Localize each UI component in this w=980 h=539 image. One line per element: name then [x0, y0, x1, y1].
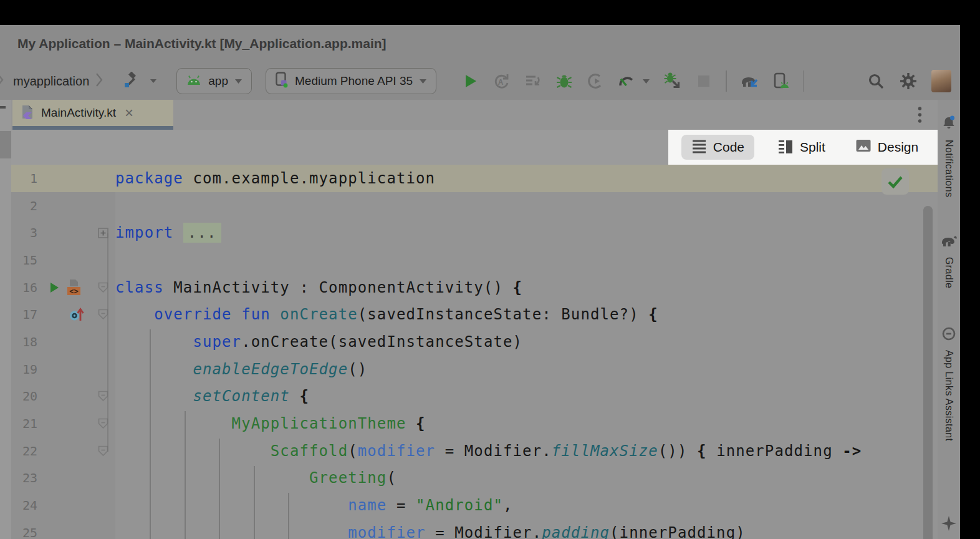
- breadcrumb-chevron-fragment-icon: [0, 72, 4, 90]
- profiler-icon[interactable]: [586, 69, 605, 94]
- code-line-text[interactable]: override fun onCreate(savedInstanceState…: [115, 306, 658, 323]
- sync-gradle-icon[interactable]: [739, 69, 759, 94]
- code-line-text[interactable]: setContent {: [115, 387, 309, 405]
- tab-mainactivity[interactable]: MainActivity.kt ×: [12, 100, 173, 130]
- code-editor[interactable]: 1package com.example.myapplication23impo…: [11, 165, 938, 539]
- tool-window-button-fragment[interactable]: [0, 131, 11, 158]
- screenshot-frame: My Application – MainActivity.kt [My_App…: [0, 0, 980, 539]
- overrides-method-icon[interactable]: [69, 306, 85, 323]
- device-manager-icon[interactable]: [772, 69, 790, 94]
- build-dropdown-caret-icon[interactable]: [144, 69, 163, 94]
- apply-changes-restart-icon[interactable]: A: [492, 69, 511, 94]
- toolbar-right: [853, 69, 951, 94]
- code-line-text[interactable]: MyApplicationTheme {: [115, 415, 426, 432]
- code-line[interactable]: 15: [11, 246, 938, 274]
- view-mode-label: Split: [800, 140, 825, 155]
- view-mode-label: Code: [713, 140, 744, 155]
- line-number: 2: [11, 198, 37, 213]
- view-mode-label: Design: [878, 140, 918, 155]
- apply-code-changes-icon[interactable]: [524, 69, 542, 94]
- stripe-item-app-links-assistant[interactable]: App Links Assistant: [941, 326, 956, 441]
- gemini-sparkle-icon[interactable]: [941, 515, 957, 534]
- view-mode-code-button[interactable]: Code: [681, 135, 754, 160]
- run-configuration-selector[interactable]: app: [176, 68, 252, 94]
- gutter-icons: <>: [37, 279, 91, 296]
- inspections-ok-checkmark[interactable]: [882, 168, 909, 195]
- fold-marker-open-icon[interactable]: [91, 445, 115, 457]
- virtual-device-phone-icon: [275, 71, 289, 91]
- stripe-label: Gradle: [943, 257, 954, 288]
- code-line-text[interactable]: super.onCreate(savedInstanceState): [115, 333, 522, 351]
- run-icon[interactable]: [461, 69, 480, 94]
- hammer-build-icon[interactable]: [122, 69, 140, 94]
- user-avatar[interactable]: [931, 70, 951, 92]
- android-studio-window: My Application – MainActivity.kt [My_App…: [0, 25, 960, 539]
- line-number: 3: [11, 225, 37, 240]
- code-line-text[interactable]: name = "Android",: [115, 497, 513, 514]
- gutter-spacer-icon[interactable]: [48, 314, 64, 315]
- code-line[interactable]: 17 override fun onCreate(savedInstanceSt…: [11, 301, 938, 328]
- view-mode-split-button[interactable]: Split: [772, 135, 832, 160]
- code-line-text[interactable]: enableEdgeToEdge(): [115, 361, 367, 378]
- fold-marker-open-icon[interactable]: [91, 418, 115, 429]
- android-head-icon: [186, 75, 202, 88]
- code-line[interactable]: 3import ...: [11, 219, 938, 246]
- main-toolbar: myapplication app: [0, 62, 960, 100]
- fold-marker-open-icon[interactable]: [91, 282, 115, 293]
- line-number: 23: [11, 470, 37, 485]
- code-line[interactable]: 2: [11, 192, 938, 220]
- close-icon[interactable]: ×: [125, 105, 133, 120]
- project-breadcrumb[interactable]: myapplication: [13, 74, 89, 89]
- code-line-text[interactable]: class MainActivity : ComponentActivity()…: [115, 279, 522, 296]
- line-number: 22: [11, 444, 37, 459]
- fold-marker-open-icon[interactable]: [91, 309, 115, 320]
- kotlin-file-icon: [20, 104, 35, 123]
- toolbar-separator: [726, 70, 727, 92]
- code-view-icon: [691, 138, 707, 157]
- profile-low-overhead-icon[interactable]: [617, 69, 636, 94]
- line-number: 15: [11, 253, 37, 268]
- line-number: 18: [11, 334, 37, 349]
- fold-guide-line: [107, 233, 108, 452]
- run-gutter-icon[interactable]: [48, 281, 60, 294]
- split-view-icon: [778, 138, 794, 157]
- debug-icon[interactable]: [555, 69, 574, 94]
- right-tool-window-stripe: NotificationsGradleApp Links Assistant: [938, 100, 960, 539]
- notifications-bell-icon: [941, 115, 957, 134]
- view-mode-switcher: CodeSplitDesign: [668, 130, 938, 165]
- window-title: My Application – MainActivity.kt [My_App…: [0, 25, 960, 62]
- stripe-item-notifications[interactable]: Notifications: [941, 115, 957, 197]
- line-number: 21: [11, 416, 37, 431]
- code-line-text[interactable]: Greeting(: [115, 469, 396, 487]
- attach-debugger-icon[interactable]: [663, 69, 682, 94]
- code-line[interactable]: 16<>class MainActivity : ComponentActivi…: [11, 274, 938, 301]
- chevron-down-icon[interactable]: [641, 69, 651, 94]
- code-line-text[interactable]: Scaffold(modifier = Modifier.fillMaxSize…: [115, 442, 862, 460]
- indent-guide: [185, 411, 186, 539]
- code-line-text[interactable]: import ...: [115, 224, 221, 241]
- editor-tab-bar: MainActivity.kt ×: [11, 100, 938, 130]
- left-tool-window-stripe[interactable]: [0, 100, 11, 539]
- editor-scrollbar[interactable]: [923, 206, 933, 539]
- line-number: 16: [11, 280, 37, 295]
- kebab-menu-icon[interactable]: [917, 105, 923, 127]
- fold-marker-plus-icon[interactable]: [91, 228, 115, 238]
- indent-guide: [254, 466, 255, 539]
- tool-window-icon-fragment: [0, 106, 6, 109]
- code-line-text[interactable]: modifier = Modifier.padding(innerPadding…: [115, 524, 746, 539]
- view-mode-design-button[interactable]: Design: [849, 135, 925, 160]
- fold-marker-open-icon[interactable]: [91, 391, 115, 402]
- chevron-down-icon: [234, 75, 243, 87]
- toolbar-actions: A: [449, 69, 804, 94]
- stripe-item-gradle[interactable]: Gradle: [940, 233, 958, 288]
- code-line[interactable]: 1package com.example.myapplication: [11, 165, 938, 192]
- search-icon[interactable]: [867, 69, 885, 94]
- compose-source-icon[interactable]: <>: [65, 279, 82, 296]
- tab-label: MainActivity.kt: [41, 106, 116, 120]
- indent-guide: [219, 439, 220, 539]
- device-selector[interactable]: Medium Phone API 35: [266, 68, 436, 94]
- line-number: 25: [11, 525, 37, 539]
- code-line-text[interactable]: package com.example.myapplication: [115, 170, 435, 187]
- stop-icon[interactable]: [694, 69, 713, 94]
- settings-gear-icon[interactable]: [899, 69, 918, 94]
